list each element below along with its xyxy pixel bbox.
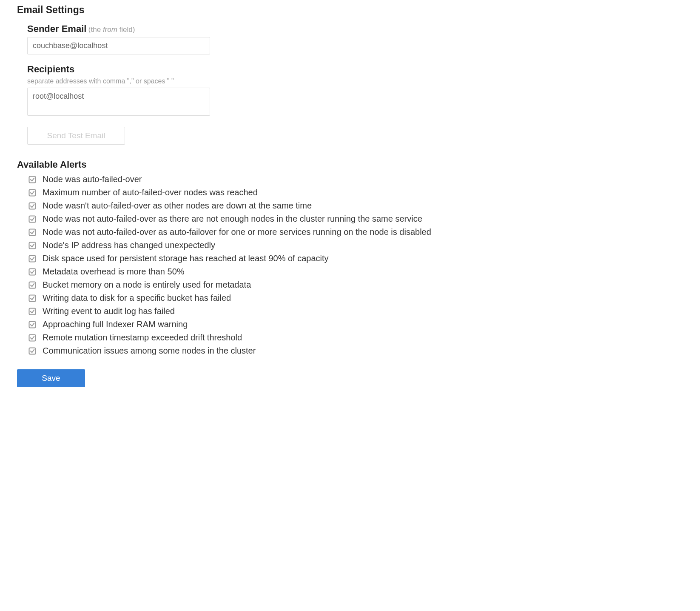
alert-item: Node wasn't auto-failed-over as other no…	[28, 199, 683, 212]
svg-rect-10	[29, 308, 36, 314]
svg-rect-6	[29, 255, 36, 262]
alert-list: Node was auto-failed-overMaximum number …	[28, 173, 683, 357]
alert-item: Remote mutation timestamp exceeded drift…	[28, 331, 683, 344]
alert-label: Node was not auto-failed-over as auto-fa…	[43, 227, 431, 237]
recipients-label: Recipients	[27, 64, 74, 75]
svg-rect-5	[29, 242, 36, 248]
available-alerts-section: Available Alerts Node was auto-failed-ov…	[17, 159, 683, 357]
alert-item: Node was not auto-failed-over as auto-fa…	[28, 226, 683, 239]
sender-email-input[interactable]	[27, 37, 210, 54]
svg-rect-13	[29, 348, 36, 354]
checkbox-icon[interactable]	[28, 202, 37, 210]
alert-label: Bucket memory on a node is entirely used…	[43, 280, 251, 290]
alert-item: Node's IP address has changed unexpected…	[28, 239, 683, 252]
checkbox-icon[interactable]	[28, 215, 37, 223]
svg-rect-3	[29, 216, 36, 222]
alert-item: Writing event to audit log has failed	[28, 305, 683, 318]
recipients-group: Recipients separate addresses with comma…	[27, 64, 683, 117]
alert-label: Node was not auto-failed-over as there a…	[43, 214, 422, 224]
sender-email-hint: (the from field)	[88, 26, 135, 34]
svg-rect-8	[29, 282, 36, 288]
checkbox-icon[interactable]	[28, 281, 37, 289]
alert-label: Maximum number of auto-failed-over nodes…	[43, 188, 258, 197]
save-button[interactable]: Save	[17, 369, 85, 387]
checkbox-icon[interactable]	[28, 347, 37, 355]
send-test-email-button[interactable]: Send Test Email	[27, 127, 125, 145]
alert-item: Writing data to disk for a specific buck…	[28, 291, 683, 305]
alert-label: Disk space used for persistent storage h…	[43, 254, 329, 263]
checkbox-icon[interactable]	[28, 334, 37, 342]
checkbox-icon[interactable]	[28, 228, 37, 237]
svg-rect-12	[29, 334, 36, 341]
alert-item: Approaching full Indexer RAM warning	[28, 318, 683, 331]
checkbox-icon[interactable]	[28, 294, 37, 303]
svg-rect-11	[29, 321, 36, 328]
checkbox-icon[interactable]	[28, 188, 37, 197]
alert-label: Writing event to audit log has failed	[43, 306, 175, 316]
alert-item: Communication issues among some nodes in…	[28, 344, 683, 357]
alert-label: Communication issues among some nodes in…	[43, 346, 256, 356]
svg-rect-4	[29, 229, 36, 235]
alert-item: Metadata overhead is more than 50%	[28, 265, 683, 278]
checkbox-icon[interactable]	[28, 254, 37, 263]
alert-label: Node was auto-failed-over	[43, 174, 142, 184]
checkbox-icon[interactable]	[28, 307, 37, 316]
alert-item: Node was auto-failed-over	[28, 173, 683, 186]
svg-rect-0	[29, 176, 36, 183]
svg-rect-1	[29, 189, 36, 196]
checkbox-icon[interactable]	[28, 268, 37, 276]
alert-item: Bucket memory on a node is entirely used…	[28, 278, 683, 291]
sender-email-label: Sender Email	[27, 23, 86, 34]
svg-rect-7	[29, 268, 36, 275]
alert-label: Node wasn't auto-failed-over as other no…	[43, 201, 312, 211]
alert-item: Maximum number of auto-failed-over nodes…	[28, 186, 683, 199]
alert-label: Approaching full Indexer RAM warning	[43, 320, 188, 329]
alert-item: Node was not auto-failed-over as there a…	[28, 212, 683, 226]
alert-item: Disk space used for persistent storage h…	[28, 252, 683, 265]
alert-label: Remote mutation timestamp exceeded drift…	[43, 333, 242, 343]
available-alerts-title: Available Alerts	[17, 159, 683, 170]
alert-label: Metadata overhead is more than 50%	[43, 267, 185, 277]
sender-email-group: Sender Email (the from field)	[27, 23, 683, 54]
svg-rect-2	[29, 203, 36, 209]
checkbox-icon[interactable]	[28, 175, 37, 184]
svg-rect-9	[29, 295, 36, 301]
alert-label: Writing data to disk for a specific buck…	[43, 293, 231, 303]
checkbox-icon[interactable]	[28, 241, 37, 250]
email-settings-title: Email Settings	[17, 4, 683, 16]
recipients-input[interactable]: root@localhost	[27, 88, 210, 116]
email-settings-section: Email Settings Sender Email (the from fi…	[17, 4, 683, 145]
alert-label: Node's IP address has changed unexpected…	[43, 240, 215, 250]
checkbox-icon[interactable]	[28, 320, 37, 329]
recipients-hint: separate addresses with comma "," or spa…	[27, 77, 683, 85]
